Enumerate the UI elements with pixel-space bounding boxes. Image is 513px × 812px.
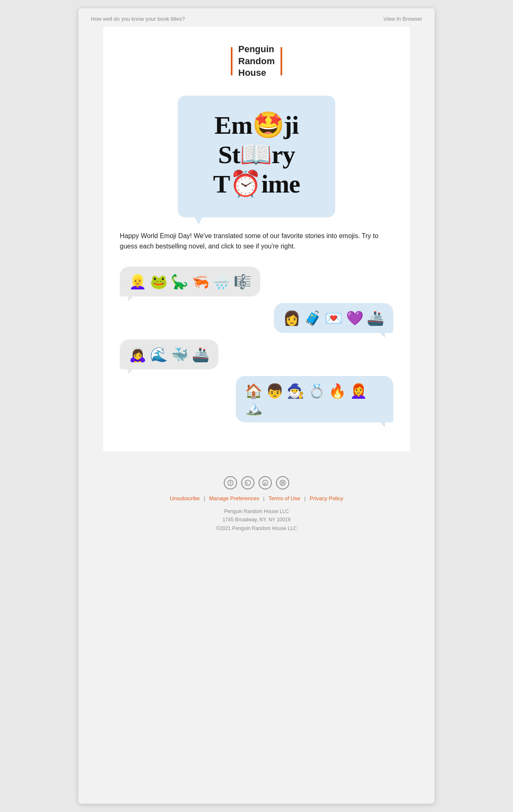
unsubscribe-link[interactable]: Unsubscribe xyxy=(170,495,200,501)
instagram-icon[interactable] xyxy=(276,476,289,489)
top-bar-left-text: How well do you know your book titles? xyxy=(91,16,185,22)
chat-bubble-3-emojis: 🙇‍♀️ 🌊 🐳 🚢 xyxy=(129,346,209,363)
chat-bubble-1-emojis: 👱‍♀️ 🐸 🦕 🦐 🌧️ 🎼 xyxy=(129,273,251,290)
manage-preferences-link[interactable]: Manage Preferences xyxy=(209,495,259,501)
footer-links: Unsubscribe | Manage Preferences | Terms… xyxy=(95,495,418,501)
logo-text: Penguin Random House xyxy=(238,43,275,79)
svg-point-8 xyxy=(282,482,283,483)
view-in-browser-link[interactable]: View In Browser xyxy=(383,16,422,22)
address-line-2: 1745 Broadway, NY, NY 10019 xyxy=(95,516,418,524)
chat-bubble-2[interactable]: 👩 🧳 💌 💜 🚢 xyxy=(274,303,393,333)
separator-2: | xyxy=(263,495,266,501)
logo-right-bar xyxy=(281,47,282,75)
hero-area: Em🤩ji St📖ry T⏰ime xyxy=(120,96,393,217)
email-wrapper: How well do you know your book titles? V… xyxy=(78,8,435,804)
privacy-policy-link[interactable]: Privacy Policy xyxy=(310,495,343,501)
chat-bubble-4[interactable]: 🏠 👦 🧙‍♂️ 💍 🔥 👩‍🦰 🏔️ xyxy=(236,376,393,422)
logo-left-bar xyxy=(231,47,232,75)
social-icons: f t p xyxy=(95,476,418,489)
chat-bubble-3[interactable]: 🙇‍♀️ 🌊 🐳 🚢 xyxy=(120,340,218,369)
hero-bubble: Em🤩ji St📖ry T⏰ime xyxy=(178,96,335,217)
top-bar: How well do you know your book titles? V… xyxy=(78,8,435,27)
separator-1: | xyxy=(204,495,207,501)
svg-text:f: f xyxy=(230,481,232,485)
chat-bubble-4-emojis: 🏠 👦 🧙‍♂️ 💍 🔥 👩‍🦰 🏔️ xyxy=(245,383,384,416)
email-content: Penguin Random House Em🤩ji St📖ry T⏰ime H… xyxy=(103,27,410,451)
separator-3: | xyxy=(304,495,307,501)
body-text: Happy World Emoji Day! We've translated … xyxy=(120,231,393,252)
twitter-icon[interactable]: t xyxy=(241,476,254,489)
logo-area: Penguin Random House xyxy=(120,39,393,83)
terms-of-use-link[interactable]: Terms of Use xyxy=(269,495,300,501)
svg-text:p: p xyxy=(264,481,266,485)
address-line-1: Penguin Random House LLC xyxy=(95,507,418,516)
chat-section: 👱‍♀️ 🐸 🦕 🦐 🌧️ 🎼 👩 🧳 💌 💜 🚢 🙇‍♀️ 🌊 🐳 🚢 🏠 👦… xyxy=(120,267,393,422)
hero-title: Em🤩ji St📖ry T⏰ime xyxy=(198,111,315,199)
email-footer: f t p xyxy=(78,464,435,542)
facebook-icon[interactable]: f xyxy=(224,476,237,489)
svg-text:t: t xyxy=(247,481,248,485)
chat-bubble-2-emojis: 👩 🧳 💌 💜 🚢 xyxy=(283,310,384,326)
chat-bubble-1[interactable]: 👱‍♀️ 🐸 🦕 🦐 🌧️ 🎼 xyxy=(120,267,260,296)
pinterest-icon[interactable]: p xyxy=(259,476,272,489)
svg-rect-7 xyxy=(281,482,284,484)
svg-point-2 xyxy=(245,480,251,485)
footer-address: Penguin Random House LLC 1745 Broadway, … xyxy=(95,507,418,532)
address-line-3: ©2021 Penguin Random House LLC xyxy=(95,524,418,532)
svg-point-6 xyxy=(280,480,286,485)
